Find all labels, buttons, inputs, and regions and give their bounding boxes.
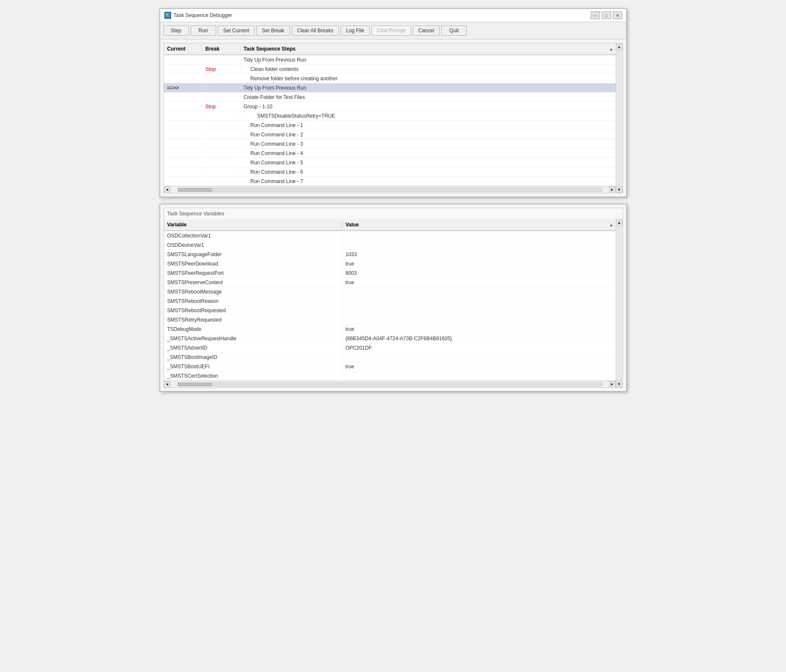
- var-hscroll-right-arrow[interactable]: ►: [609, 381, 616, 388]
- cmd-prompt-button[interactable]: Cmd Prompt: [372, 25, 411, 36]
- cell-current-12: [164, 171, 202, 173]
- cell-break-12: [202, 171, 240, 173]
- cell-break-3: [202, 87, 240, 89]
- var-sort-icon: ▲: [607, 221, 616, 229]
- cancel-button[interactable]: Cancel: [413, 25, 439, 36]
- list-item[interactable]: SMSTSRebootMessage: [164, 287, 616, 296]
- list-item[interactable]: OSDDeviceVar1: [164, 240, 616, 250]
- close-button[interactable]: ✕: [613, 11, 622, 19]
- var-hscroll-thumb[interactable]: [178, 383, 212, 386]
- steps-vscrollbar[interactable]: ▲ ▼: [616, 43, 623, 193]
- variables-table-body[interactable]: OSDCollectionVar1 OSDDeviceVar1 SMSTSLan…: [164, 231, 616, 381]
- cell-current-13: [164, 181, 202, 182]
- maximize-button[interactable]: □: [602, 11, 611, 19]
- minimize-button[interactable]: —: [591, 11, 600, 19]
- list-item[interactable]: SMSTSPreserveContent true: [164, 278, 616, 287]
- col-current-header: Current: [164, 45, 202, 53]
- window-title: Task Sequence Debugger: [174, 12, 232, 18]
- list-item[interactable]: SMSTSPeerDownload true: [164, 259, 616, 268]
- table-row[interactable]: Run Command Line - 3: [164, 139, 616, 149]
- step-button[interactable]: Step: [163, 25, 189, 36]
- quit-button[interactable]: Quit: [441, 25, 467, 36]
- cell-current-7: [164, 124, 202, 126]
- hscroll-thumb[interactable]: [178, 188, 212, 192]
- table-row[interactable]: ==>> Tidy Up From Previous Run: [164, 83, 616, 93]
- table-row[interactable]: Stop Clean folder contents: [164, 65, 616, 74]
- cell-current-0: [164, 59, 202, 61]
- var-vscroll-down-arrow[interactable]: ▼: [616, 381, 623, 387]
- cell-step-10: Run Command Line - 4: [240, 150, 616, 157]
- cell-step-8: Run Command Line - 2: [240, 131, 616, 138]
- hscroll-track[interactable]: [177, 188, 602, 192]
- cell-current-3: ==>>: [164, 84, 202, 92]
- log-file-button[interactable]: Log File: [341, 25, 370, 36]
- var-cell-name-3: SMSTSPeerDownload: [164, 260, 342, 268]
- table-row[interactable]: Create Folder for Test Files: [164, 93, 616, 102]
- var-hscrollbar[interactable]: ◄ ►: [164, 381, 616, 387]
- var-vscroll-track[interactable]: [616, 226, 622, 381]
- list-item[interactable]: SMSTSLanguageFolder 1033: [164, 250, 616, 259]
- var-cell-value-7: [342, 300, 616, 302]
- list-item[interactable]: SMSTSPeerRequestPort 8003: [164, 268, 616, 278]
- table-row[interactable]: Run Command Line - 2: [164, 130, 616, 139]
- list-item[interactable]: _SMSTSBootUEFI true: [164, 362, 616, 371]
- vscroll-track[interactable]: [616, 50, 622, 186]
- cell-break-10: [202, 152, 240, 154]
- cell-step-9: Run Command Line - 3: [240, 140, 616, 148]
- list-item[interactable]: _SMSTSBootImageID: [164, 353, 616, 362]
- table-row[interactable]: Remove folder before creating another: [164, 74, 616, 83]
- table-row[interactable]: Stop Group - 1-10: [164, 102, 616, 111]
- var-cell-value-9: [342, 319, 616, 321]
- list-item[interactable]: SMSTSRebootRequested: [164, 306, 616, 315]
- table-row[interactable]: Tidy Up From Previous Run: [164, 55, 616, 65]
- var-cell-name-15: _SMSTSCertSelection: [164, 372, 342, 380]
- table-row[interactable]: Run Command Line - 7: [164, 177, 616, 186]
- vscroll-down-arrow[interactable]: ▼: [616, 186, 623, 193]
- list-item[interactable]: SMSTSRetryRequested: [164, 315, 616, 325]
- cell-break-1: Stop: [202, 65, 240, 73]
- list-item[interactable]: _SMSTSActiveRequestHandle {86B345D4-A04F…: [164, 334, 616, 343]
- cell-break-8: [202, 134, 240, 136]
- cell-break-5: Stop: [202, 103, 240, 110]
- cell-step-0: Tidy Up From Previous Run: [240, 56, 616, 64]
- list-item[interactable]: _SMSTSCertSelection: [164, 371, 616, 381]
- table-row[interactable]: SMSTSDisableStatusRetry=TRUE: [164, 111, 616, 121]
- table-row[interactable]: Run Command Line - 4: [164, 149, 616, 158]
- set-current-button[interactable]: Set Current: [218, 25, 255, 36]
- vscroll-up-arrow[interactable]: ▲: [616, 43, 623, 50]
- cell-step-11: Run Command Line - 5: [240, 159, 616, 167]
- steps-table-header: Current Break Task Sequence Steps ▲: [164, 43, 616, 55]
- list-item[interactable]: _SMSTSAdvertID OPC201DF: [164, 343, 616, 353]
- var-vscrollbar[interactable]: ▲ ▼: [616, 219, 623, 387]
- cell-break-11: [202, 162, 240, 164]
- var-cell-name-12: _SMSTSAdvertID: [164, 344, 342, 352]
- var-cell-name-10: TSDebugMode: [164, 325, 342, 333]
- var-hscroll-track[interactable]: [177, 382, 602, 387]
- steps-table-body[interactable]: Tidy Up From Previous Run Stop Clean fol…: [164, 55, 616, 186]
- cell-step-1: Clean folder contents: [240, 65, 616, 73]
- list-item[interactable]: OSDCollectionVar1: [164, 231, 616, 240]
- table-row[interactable]: Run Command Line - 1: [164, 121, 616, 130]
- cell-step-2: Remove folder before creating another: [240, 75, 616, 82]
- cell-break-9: [202, 143, 240, 145]
- list-item[interactable]: TSDebugMode true: [164, 325, 616, 334]
- var-hscroll-left-arrow[interactable]: ◄: [164, 381, 171, 388]
- cell-step-7: Run Command Line - 1: [240, 121, 616, 129]
- set-break-button[interactable]: Set Break: [256, 25, 290, 36]
- table-row[interactable]: Run Command Line - 5: [164, 158, 616, 167]
- run-button[interactable]: Run: [191, 25, 216, 36]
- var-vscroll-up-arrow[interactable]: ▲: [616, 219, 623, 226]
- cell-current-9: [164, 143, 202, 145]
- app-icon: [164, 12, 171, 19]
- var-cell-value-5: true: [342, 279, 616, 286]
- hscroll-left-arrow[interactable]: ◄: [164, 186, 171, 193]
- table-row[interactable]: Run Command Line - 6: [164, 167, 616, 177]
- var-cell-name-1: OSDDeviceVar1: [164, 241, 342, 249]
- var-cell-name-0: OSDCollectionVar1: [164, 232, 342, 240]
- cell-current-11: [164, 162, 202, 164]
- list-item[interactable]: SMSTSRebootReason: [164, 296, 616, 306]
- cell-step-6: SMSTSDisableStatusRetry=TRUE: [240, 112, 616, 120]
- steps-hscrollbar[interactable]: ◄ ►: [164, 186, 616, 193]
- clear-all-breaks-button[interactable]: Clear All Breaks: [292, 25, 339, 36]
- hscroll-right-arrow[interactable]: ►: [609, 186, 616, 193]
